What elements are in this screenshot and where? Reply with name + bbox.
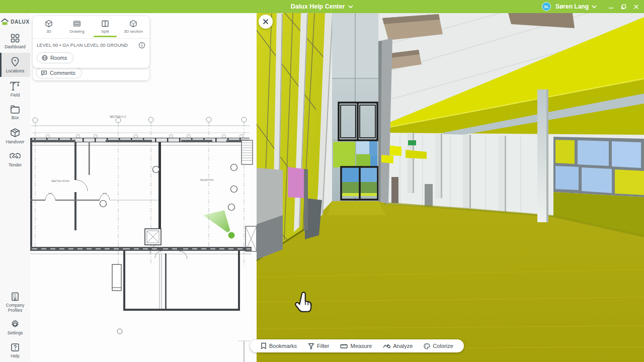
close-icon [263, 19, 269, 25]
pink-accent-panel [288, 167, 304, 198]
level-selector-row[interactable]: LEVEL 00 • GA PLAN LEVEL 00 GROUND [33, 38, 149, 51]
handover-box-icon [10, 127, 21, 138]
bookmark-icon [261, 342, 267, 349]
tool-label: Analyze [393, 343, 413, 349]
ruler-icon [340, 343, 348, 349]
tab-drawing[interactable]: Drawing [63, 20, 91, 38]
logo-text: DALUX [11, 19, 29, 25]
dashboard-icon [10, 33, 20, 43]
gear-icon [10, 319, 20, 329]
chevron-down-icon [348, 5, 353, 9]
sidebar-item-label: Handover [6, 140, 25, 145]
split-view-icon [101, 20, 109, 28]
measure-button[interactable]: Measure [336, 339, 376, 352]
tab-3d[interactable]: 3D [35, 20, 63, 38]
exit-sign [408, 140, 416, 145]
folder-box-icon [10, 104, 21, 114]
sidebar-item-help[interactable]: Help [0, 339, 30, 362]
cube-section-icon [129, 20, 137, 28]
crane-icon [10, 80, 21, 92]
right-wall [384, 133, 553, 216]
sidebar-item-label: Field [11, 93, 20, 98]
sidebar-item-dashboard[interactable]: Dashboard [0, 30, 30, 53]
comments-icon [41, 70, 47, 76]
filter-icon [308, 343, 314, 349]
sidebar-item-label: Dashboard [5, 45, 26, 50]
tab-split[interactable]: Split [91, 20, 119, 38]
sidebar-item-label: Box [12, 116, 19, 121]
foreground-column [537, 89, 548, 222]
plan-section-label: SECTION C-C [110, 115, 126, 118]
sidebar-item-box[interactable]: Box [0, 101, 30, 124]
user-name: Søren Lang [555, 3, 589, 10]
tab-label: Split [101, 29, 109, 34]
building-icon [10, 292, 20, 302]
titlebar-right: SL Søren Lang [542, 0, 641, 13]
palette-icon [424, 343, 430, 349]
viewer-toolbar: Bookmarks Filter Measure Analyze [250, 339, 464, 352]
tab-label: 3D section [124, 29, 143, 34]
tool-label: Bookmarks [269, 343, 297, 349]
sidebar-item-handover[interactable]: Handover [0, 124, 30, 148]
sidebar-item-field[interactable]: Field [0, 77, 30, 101]
colorize-button[interactable]: Colorize [419, 339, 457, 352]
window-controls [608, 4, 639, 10]
plan-room-label: RECEPTION [200, 179, 213, 182]
tab-label: 3D [46, 29, 51, 34]
sidebar-item-label: Settings [8, 331, 23, 336]
viewer-3d-pane[interactable] [257, 13, 644, 362]
tool-label: Filter [317, 343, 329, 349]
view-mode-card: 3D Drawing Sp [33, 16, 149, 68]
tab-label: Drawing [69, 29, 84, 34]
level-label: LEVEL 00 • GA PLAN LEVEL 00 GROUND [37, 43, 138, 48]
sidebar-item-label: Help [11, 354, 19, 359]
handshake-icon [9, 151, 21, 161]
dalux-house-icon [1, 18, 9, 26]
drawing-pane[interactable]: SECTION C-C [30, 13, 257, 362]
analyze-icon [383, 343, 390, 349]
drawing-icon [73, 20, 81, 28]
close-window-button[interactable] [633, 4, 639, 10]
dalux-app-window: Dalux Help Center SL Søren Lang DALUX [0, 0, 644, 362]
rooms-globe-icon [42, 55, 48, 61]
user-menu[interactable]: Søren Lang [555, 3, 597, 10]
sidebar-item-label: Locations [6, 69, 24, 74]
floor-light-pool [327, 201, 386, 215]
close-viewer-button[interactable] [259, 15, 273, 29]
view-mode-tabs: 3D Drawing Sp [33, 16, 149, 38]
comments-button[interactable]: Comments [36, 67, 82, 78]
app-title: Dalux Help Center [291, 3, 345, 10]
analyze-button[interactable]: Analyze [378, 339, 417, 352]
sidebar-item-locations[interactable]: Locations [0, 53, 30, 77]
maximize-button[interactable] [621, 4, 626, 10]
tab-3d-section[interactable]: 3D section [119, 20, 147, 38]
filter-button[interactable]: Filter [303, 339, 334, 352]
help-icon [10, 342, 20, 352]
sidebar-item-label: Company Profiles [2, 303, 28, 313]
title-bar: Dalux Help Center SL Søren Lang [0, 0, 644, 13]
sidebar-item-settings[interactable]: Settings [0, 316, 30, 339]
bim-3d-scene[interactable] [257, 13, 644, 362]
dalux-logo[interactable]: DALUX [1, 18, 29, 26]
atrium-glazing [332, 13, 378, 201]
location-pin-icon [10, 56, 20, 67]
sidebar-item-company-profiles[interactable]: Company Profiles [0, 288, 30, 316]
sidebar-item-label: Tender [9, 163, 22, 168]
tool-label: Colorize [433, 343, 453, 349]
comments-button-label: Comments [50, 70, 75, 76]
bookmarks-button[interactable]: Bookmarks [256, 339, 301, 352]
sidebar: DALUX Dashboard Locations [0, 13, 30, 362]
sidebar-item-tender[interactable]: Tender [0, 148, 30, 171]
cube-3d-icon [45, 20, 53, 28]
minimize-button[interactable] [608, 4, 614, 10]
rooms-button[interactable]: Rooms [37, 52, 73, 63]
plan-room-label: MEETING ROOM [51, 180, 69, 183]
info-icon[interactable] [138, 42, 145, 49]
tool-label: Measure [350, 343, 372, 349]
avatar[interactable]: SL [542, 2, 551, 11]
rooms-row: Rooms [33, 51, 149, 68]
rooms-button-label: Rooms [50, 55, 67, 61]
chevron-down-icon [592, 5, 597, 9]
